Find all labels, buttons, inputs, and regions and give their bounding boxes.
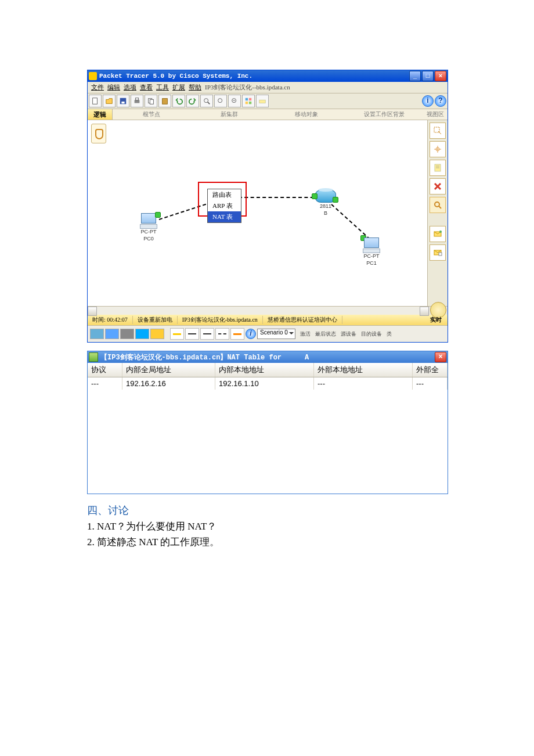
link-light-icon — [333, 197, 338, 203]
zoom-reset-icon[interactable] — [214, 95, 227, 107]
svg-line-26 — [439, 206, 441, 208]
menu-view[interactable]: 查看 — [140, 83, 153, 92]
cell-inside-global: 192.16.2.16 — [122, 377, 215, 390]
connection-group — [170, 328, 244, 340]
scroll-right-icon[interactable] — [420, 307, 429, 316]
svg-point-25 — [435, 202, 439, 207]
open-file-icon[interactable] — [103, 95, 116, 107]
move-tool-icon[interactable] — [430, 141, 446, 157]
note-tool-icon[interactable] — [430, 160, 446, 176]
menu-credit: IP3剑客论坛汉化--bbs.ipdata.cn — [205, 83, 290, 92]
svg-rect-0 — [93, 98, 98, 105]
inspect-tool-icon[interactable] — [430, 197, 446, 213]
help-button[interactable]: ? — [435, 95, 446, 107]
node-pc0[interactable]: PC-PT PC0 — [140, 213, 157, 242]
node-pc1[interactable]: PC-PT PC1 — [363, 237, 380, 267]
node-router-b[interactable]: 2811 B — [315, 190, 336, 217]
svg-rect-6 — [150, 99, 153, 104]
zoom-out-icon[interactable] — [228, 95, 241, 107]
device-connections-icon[interactable] — [150, 329, 164, 339]
viewport-label[interactable]: 视图区 — [423, 110, 448, 118]
node-routerB-type: 2811 — [315, 204, 336, 210]
crossover-cable-icon[interactable] — [215, 328, 229, 340]
new-file-icon[interactable] — [89, 95, 102, 107]
add-complex-pdu-icon[interactable] — [430, 244, 446, 261]
scroll-track[interactable] — [97, 307, 420, 315]
close-button[interactable]: × — [435, 71, 446, 81]
copy-icon[interactable] — [145, 95, 157, 107]
paste-icon[interactable] — [158, 95, 171, 107]
col-outside-global[interactable]: 外部全 — [413, 363, 448, 377]
minimize-button[interactable]: _ — [409, 71, 421, 81]
menu-options[interactable]: 选项 — [124, 83, 136, 92]
device-routers-icon[interactable] — [90, 329, 104, 339]
menu-item-routing-table[interactable]: 路由表 — [208, 189, 241, 200]
menu-help[interactable]: 帮助 — [189, 83, 201, 92]
col-inside-local[interactable]: 内部本地地址 — [215, 363, 314, 377]
cell-outside-global: --- — [413, 377, 448, 390]
device-palette: i Scenario 0 激活 最后状态 源设备 目的设备 类 — [88, 325, 448, 342]
cell-proto: --- — [88, 377, 122, 390]
discussion-section: 四、讨论 1. NAT？为什么要使用 NAT？ 2. 简述静态 NAT 的工作原… — [87, 503, 447, 549]
main-toolbar: i ? — [88, 93, 448, 109]
straight-cable-icon[interactable] — [200, 328, 214, 340]
svg-rect-2 — [121, 102, 124, 104]
grid-icon[interactable] — [242, 95, 255, 107]
auto-connect-icon[interactable] — [170, 328, 184, 340]
new-cluster-label[interactable]: 新集群 — [190, 110, 268, 118]
realtime-tab[interactable]: 实时 — [424, 316, 448, 324]
svg-rect-3 — [135, 100, 140, 103]
link-light-icon — [312, 193, 317, 199]
router-context-menu: 路由表 ARP 表 NAT 表 — [207, 189, 241, 223]
undo-icon[interactable] — [172, 95, 185, 107]
scenario-select[interactable]: Scenario 0 — [257, 329, 295, 339]
node-pc0-type: PC-PT — [140, 229, 157, 235]
nat-close-button[interactable]: × — [435, 352, 446, 362]
col-inside-global[interactable]: 内部全局地址 — [122, 363, 215, 377]
info-button[interactable]: i — [422, 95, 434, 107]
menu-edit[interactable]: 编辑 — [107, 83, 120, 92]
device-switches-icon[interactable] — [105, 329, 119, 339]
col-protocol[interactable]: 协议 — [88, 363, 122, 377]
fiber-cable-icon[interactable] — [230, 328, 244, 340]
delete-tool-icon[interactable] — [430, 178, 446, 195]
set-background-label[interactable]: 设置工作区背景 — [345, 110, 423, 118]
root-node-label[interactable]: 根节点 — [113, 110, 190, 118]
logical-tab[interactable]: 逻辑 — [88, 109, 113, 120]
device-category-group — [90, 329, 164, 339]
move-object-label[interactable]: 移动对象 — [268, 110, 346, 118]
svg-rect-4 — [135, 98, 138, 100]
device-hubs-icon[interactable] — [120, 329, 134, 339]
col-outside-local[interactable]: 外部本地地址 — [314, 363, 413, 377]
zoom-in-icon[interactable] — [200, 95, 213, 107]
nat-table-body: --- 192.16.2.16 192.16.1.10 --- --- — [88, 377, 448, 494]
nat-window-icon — [89, 352, 98, 362]
menu-tools[interactable]: 工具 — [156, 83, 169, 92]
note-icon[interactable] — [256, 95, 269, 107]
scroll-left-icon[interactable] — [88, 307, 97, 316]
nat-window-titlebar[interactable]: 【IP3剑客论坛汉化-bbs.ipdata.cn】NAT Table forA … — [88, 351, 448, 363]
add-simple-pdu-icon[interactable] — [430, 226, 446, 242]
print-icon[interactable] — [131, 95, 143, 107]
select-tool-icon[interactable] — [430, 123, 446, 139]
power-cycle-button[interactable]: 设备重新加电 — [133, 316, 178, 324]
menu-item-nat-table[interactable]: NAT 表 — [208, 211, 241, 222]
redo-icon[interactable] — [186, 95, 199, 107]
console-cable-icon[interactable] — [185, 328, 199, 340]
scenario-info-icon[interactable]: i — [246, 329, 256, 339]
menu-item-arp-table[interactable]: ARP 表 — [208, 200, 241, 211]
menu-extensions[interactable]: 扩展 — [172, 83, 185, 92]
canvas-scrollbar[interactable] — [88, 306, 448, 315]
packet-tracer-window: Packet Tracer 5.0 by Cisco Systems, Inc.… — [87, 70, 448, 343]
table-row[interactable]: --- 192.16.2.16 192.16.1.10 --- --- — [88, 377, 448, 390]
pdu-list-headers: 激活 最后状态 源设备 目的设备 类 — [300, 330, 392, 338]
navigation-tree-icon[interactable] — [91, 124, 106, 143]
svg-rect-15 — [246, 102, 248, 104]
svg-rect-17 — [259, 100, 266, 103]
device-wireless-icon[interactable] — [135, 329, 149, 339]
save-icon[interactable] — [117, 95, 129, 107]
maximize-button[interactable]: □ — [422, 71, 434, 81]
topology-canvas[interactable]: PC-PT PC0 路由表 ARP 表 NAT 表 2811 B — [88, 120, 428, 306]
menu-file[interactable]: 文件 — [91, 83, 104, 92]
window-titlebar[interactable]: Packet Tracer 5.0 by Cisco Systems, Inc.… — [88, 70, 448, 82]
